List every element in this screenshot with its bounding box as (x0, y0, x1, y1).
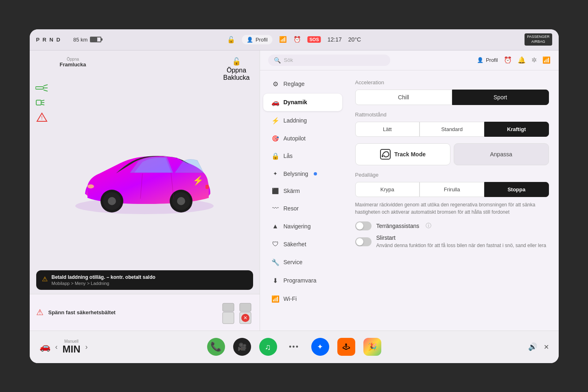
slirstart-label: Slirstart (376, 234, 546, 241)
nav-item-belysning[interactable]: ✦ Belysning (263, 166, 342, 182)
seatbelt-text: Spänn fast säkerhetsbältet (48, 309, 216, 315)
nav-item-service[interactable]: 🔧 Service (263, 254, 342, 271)
pedal-btn-frirulla[interactable]: Frirulla (420, 182, 484, 197)
wifi-status-icon: 📶 (279, 36, 287, 43)
svg-point-13 (108, 197, 116, 205)
seat-diagram: ✕ (221, 299, 253, 325)
nav-item-reglage[interactable]: ⚙ Reglage (263, 75, 342, 93)
nav-label-skarm: Skärm (284, 188, 300, 194)
passenger-airbag: PASSENGERAIRBAG (525, 33, 552, 45)
tesla-icon: ✦ (317, 342, 323, 351)
search-bar: 🔍 Sök 👤 Profil ⏰ 🔔 ✲ 📶 (260, 50, 559, 70)
pedal-btn-stoppa[interactable]: Stoppa (484, 182, 549, 197)
profile-icon-small: 👤 (477, 57, 483, 63)
svg-text:⚡: ⚡ (192, 175, 204, 186)
spotify-app[interactable]: ♫ (259, 338, 277, 356)
slirstart-knob (356, 238, 363, 245)
search-input-area[interactable]: 🔍 Sök (268, 55, 390, 66)
nav-icon-programvara: ⬇ (271, 277, 280, 285)
seatbelt-warning: ⚠ Spänn fast säkerhetsbältet ✕ (30, 294, 260, 331)
nav-label-autopilot: Autopilot (284, 135, 306, 142)
nav-icon-wifi: 📶 (271, 295, 280, 303)
min-text: MIN (63, 344, 81, 355)
notification-text: Betald laddning otilläg. – kontr. obetal… (52, 274, 155, 286)
bell-icon: 🔔 (518, 56, 526, 64)
game-app[interactable]: 🕹 (337, 338, 355, 356)
accel-btn-sport[interactable]: Sport (452, 90, 549, 105)
steering-btn-standard[interactable]: Standard (420, 122, 484, 137)
nav-label-sakerhet: Säkerhet (284, 241, 306, 247)
battery-fill (91, 37, 97, 42)
emoji-app[interactable]: 🎉 (363, 338, 381, 356)
nav-item-resor[interactable]: 〰 Resor (263, 200, 342, 217)
track-mode-icon (380, 149, 391, 160)
profile-button[interactable]: 👤 Profil (242, 35, 273, 44)
nav-item-laddning[interactable]: ⚡ Laddning (263, 112, 342, 129)
taskbar-car-icon[interactable]: 🚗 (39, 342, 50, 352)
svg-text:✕: ✕ (243, 315, 247, 321)
bluetooth-icon: ✲ (531, 56, 537, 64)
pedal-description: Maximerar räckvidden genom att utöka den… (355, 201, 549, 216)
nav-label-laddning: Laddning (284, 117, 307, 124)
nav-icon-autopilot: 🎯 (271, 135, 280, 142)
slirstart-toggle[interactable] (355, 237, 372, 246)
front-main-label: Framlucka (60, 61, 86, 68)
customize-button[interactable]: Anpassa (454, 143, 549, 165)
nav-item-navigering[interactable]: ▲ Navigering (263, 218, 342, 235)
nav-item-autopilot[interactable]: 🎯 Autopilot (263, 130, 342, 147)
terrain-assist-row: Terrängassistans ⓘ (355, 221, 549, 230)
nav-item-programvara[interactable]: ⬇ Programvara (263, 272, 342, 289)
nav-item-skarm[interactable]: ⬛ Skärm (263, 183, 342, 199)
acceleration-group: Chill Sport (355, 90, 549, 105)
dots-icon: ••• (289, 343, 299, 351)
nav-icon-reglage: ⚙ (271, 80, 280, 88)
slirstart-text: Slirstart Använd denna funktion för att … (376, 234, 546, 249)
nav-label-belysning: Belysning (284, 171, 308, 177)
svg-rect-22 (223, 303, 234, 311)
track-mode-button[interactable]: Track Mode (355, 143, 450, 165)
steering-btn-latt[interactable]: Lätt (355, 122, 420, 137)
game-icon: 🕹 (343, 343, 350, 351)
nav-item-sakerhet[interactable]: 🛡 Säkerhet (263, 236, 342, 253)
phone-app[interactable]: 📞 (207, 338, 225, 356)
track-mode-label: Track Mode (394, 151, 426, 158)
rear-main-label: Baklucka (223, 74, 250, 81)
temp-display: 20°C (348, 36, 361, 43)
front-trunk-control[interactable]: Öppna Framlucka (39, 57, 86, 81)
terrain-assist-toggle[interactable] (355, 221, 372, 230)
phone-icon: 📞 (210, 342, 221, 352)
alarm-icon-small: ⏰ (504, 56, 512, 64)
profile-label-small: Profil (486, 57, 498, 63)
track-mode-row: Track Mode Anpassa (355, 143, 549, 165)
tesla-app[interactable]: ✦ (311, 338, 329, 356)
nav-item-wifi[interactable]: 📶 Wi-Fi (263, 290, 342, 308)
taskbar-center: 📞 🎥 ♫ ••• ✦ 🕹 🎉 (207, 338, 381, 356)
next-arrow[interactable]: › (84, 341, 90, 353)
camera-app[interactable]: 🎥 (233, 338, 251, 356)
steering-btn-kraftigt[interactable]: Kraftigt (484, 122, 549, 137)
nav-item-dynamik[interactable]: 🚗 Dynamik (263, 94, 342, 111)
accel-btn-chill[interactable]: Chill (355, 90, 452, 105)
prev-arrow[interactable]: ‹ (54, 341, 59, 353)
pedal-btn-krypa[interactable]: Krypa (355, 182, 420, 197)
notif-sub-text: Mobilapp > Meny > Laddning (52, 281, 155, 286)
rear-trunk-control[interactable]: 🔓 Öppna Baklucka (223, 57, 250, 81)
profile-btn-small[interactable]: 👤 Profil (477, 57, 498, 63)
taskbar-right: 🔊 ✕ (468, 342, 549, 351)
taskbar-left: 🚗 ‹ Manuell MIN › (39, 339, 121, 355)
nav-label-reglage: Reglage (284, 81, 305, 87)
nav-icon-belysning: ✦ (271, 171, 280, 177)
car-controls: Öppna Framlucka 🔓 Öppna Baklucka (30, 50, 260, 85)
search-placeholder: Sök (284, 57, 293, 63)
close-btn[interactable]: ✕ (544, 343, 549, 351)
status-center: 🔓 👤 Profil 📶 ⏰ SOS 12:17 20°C (227, 35, 361, 44)
nav-item-las[interactable]: 🔒 Lås (263, 147, 342, 165)
left-panel: ! Öppna Framlucka 🔓 Öppna Baklucka (30, 50, 260, 331)
panel-body: ⚙ Reglage 🚗 Dynamik ⚡ Laddning 🎯 Autopil… (260, 70, 559, 331)
nav-icon-skarm: ⬛ (271, 188, 280, 194)
nav-icon-sakerhet: 🛡 (271, 241, 280, 248)
more-apps[interactable]: ••• (285, 338, 303, 356)
sos-badge[interactable]: SOS (308, 36, 321, 43)
volume-icon[interactable]: 🔊 (528, 342, 537, 351)
pedal-group: Krypa Frirulla Stoppa (355, 182, 549, 197)
